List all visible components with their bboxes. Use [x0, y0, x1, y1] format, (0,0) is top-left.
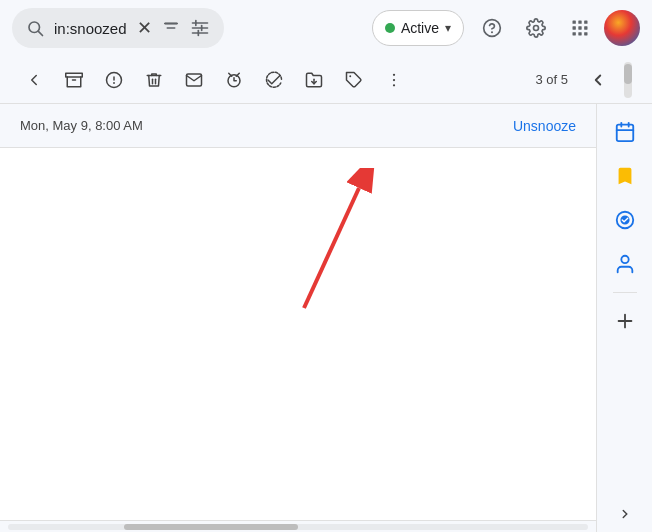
- svg-rect-21: [573, 26, 576, 29]
- active-label: Active: [401, 20, 439, 36]
- mark-read-icon: [185, 71, 203, 89]
- search-filter-icon[interactable]: [162, 19, 180, 37]
- snooze-icon: [225, 71, 243, 89]
- apps-icon: [570, 18, 590, 38]
- svg-rect-26: [584, 32, 587, 35]
- email-header-bar: Mon, May 9, 8:00 AM Unsnooze: [0, 104, 596, 148]
- delete-icon: [145, 71, 163, 89]
- keep-icon: [614, 165, 636, 187]
- email-body: [0, 148, 596, 520]
- svg-rect-19: [578, 21, 581, 24]
- arrow-annotation: [274, 168, 394, 332]
- svg-rect-27: [66, 73, 83, 77]
- archive-button[interactable]: [56, 62, 92, 98]
- svg-line-34: [236, 73, 239, 76]
- label-icon: [345, 71, 363, 89]
- main-area: Mon, May 9, 8:00 AM Unsnooze: [0, 104, 652, 532]
- search-icon: [26, 19, 44, 37]
- tasks-icon: [614, 209, 636, 231]
- calendar-icon: [614, 121, 636, 143]
- svg-rect-20: [584, 21, 587, 24]
- svg-point-48: [621, 256, 628, 263]
- delete-button[interactable]: [136, 62, 172, 98]
- sidebar-add-button[interactable]: [605, 301, 645, 341]
- active-badge[interactable]: Active ▾: [372, 10, 464, 46]
- mark-done-button[interactable]: [256, 62, 292, 98]
- settings-button[interactable]: [516, 8, 556, 48]
- active-dot: [385, 23, 395, 33]
- scrollbar-thumb: [624, 64, 632, 84]
- svg-line-1: [38, 31, 42, 35]
- svg-line-41: [304, 188, 359, 308]
- right-sidebar: [596, 104, 652, 532]
- svg-point-38: [393, 78, 395, 80]
- back-button[interactable]: [16, 62, 52, 98]
- mark-done-icon: [265, 71, 283, 89]
- filter-sliders-icon[interactable]: [190, 18, 210, 38]
- apps-button[interactable]: [560, 8, 600, 48]
- sidebar-tasks-button[interactable]: [605, 200, 645, 240]
- label-button[interactable]: [336, 62, 372, 98]
- prev-email-button[interactable]: [580, 62, 616, 98]
- sidebar-keep-button[interactable]: [605, 156, 645, 196]
- mark-read-button[interactable]: [176, 62, 212, 98]
- back-icon: [25, 71, 43, 89]
- sidebar-divider: [613, 292, 637, 293]
- settings-icon: [526, 18, 546, 38]
- add-icon: [614, 310, 636, 332]
- email-date: Mon, May 9, 8:00 AM: [20, 118, 143, 133]
- toolbar: 3 of 5: [0, 56, 652, 104]
- contacts-icon: [614, 253, 636, 275]
- horizontal-scroll-track[interactable]: [8, 524, 588, 530]
- archive-icon: [65, 71, 83, 89]
- report-spam-button[interactable]: [96, 62, 132, 98]
- page-counter: 3 of 5: [535, 72, 568, 87]
- sidebar-contacts-button[interactable]: [605, 244, 645, 284]
- right-expand-button[interactable]: [615, 504, 635, 524]
- svg-rect-22: [578, 26, 581, 29]
- email-panel: Mon, May 9, 8:00 AM Unsnooze: [0, 104, 596, 532]
- svg-point-37: [393, 73, 395, 75]
- vertical-scrollbar[interactable]: [624, 62, 632, 98]
- svg-point-39: [393, 84, 395, 86]
- avatar[interactable]: [604, 10, 640, 46]
- move-to-icon: [305, 71, 323, 89]
- top-bar: in:snoozed ✕ Active ▾: [0, 0, 652, 56]
- help-button[interactable]: [472, 8, 512, 48]
- expand-icon: [618, 507, 632, 521]
- search-query: in:snoozed: [54, 20, 127, 37]
- move-to-button[interactable]: [296, 62, 332, 98]
- more-icon: [385, 71, 403, 89]
- top-right-icons: [472, 8, 640, 48]
- report-icon: [105, 71, 123, 89]
- svg-line-33: [229, 73, 232, 76]
- svg-rect-18: [573, 21, 576, 24]
- avatar-image: [604, 10, 640, 46]
- svg-point-17: [534, 26, 539, 31]
- chevron-down-icon: ▾: [445, 21, 451, 35]
- bottom-scrollbar[interactable]: [0, 520, 596, 532]
- sidebar-calendar-button[interactable]: [605, 112, 645, 152]
- svg-rect-25: [578, 32, 581, 35]
- prev-icon: [589, 71, 607, 89]
- svg-rect-23: [584, 26, 587, 29]
- more-options-button[interactable]: [376, 62, 412, 98]
- help-icon: [482, 18, 502, 38]
- search-clear-button[interactable]: ✕: [137, 19, 152, 37]
- search-box[interactable]: in:snoozed ✕: [12, 8, 224, 48]
- svg-rect-42: [616, 125, 633, 142]
- svg-rect-24: [573, 32, 576, 35]
- snooze-button[interactable]: [216, 62, 252, 98]
- unsnooze-button[interactable]: Unsnooze: [513, 118, 576, 134]
- horizontal-scroll-thumb: [124, 524, 298, 530]
